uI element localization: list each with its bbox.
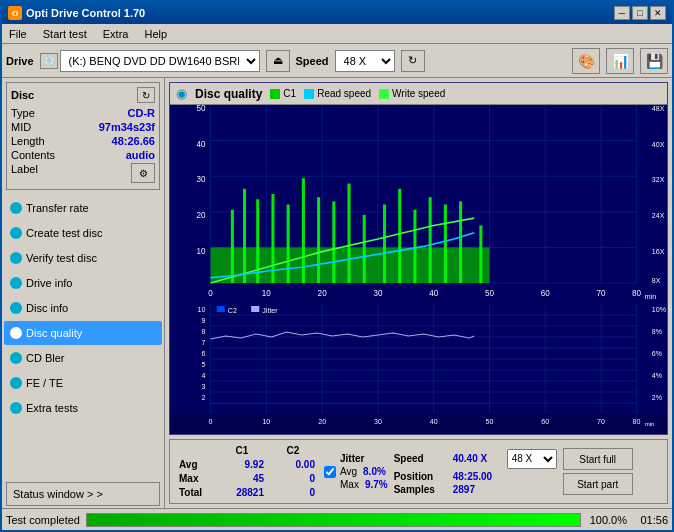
sidebar-item-create-test-disc[interactable]: Create test disc [4,221,162,245]
svg-rect-52 [459,201,462,283]
verify-test-disc-icon [10,252,22,264]
start-full-button[interactable]: Start full [563,448,633,470]
refresh-button[interactable]: ↻ [401,50,425,72]
sidebar-item-cd-bler[interactable]: CD Bler [4,346,162,370]
title-bar: O Opti Drive Control 1.70 ─ □ ✕ [2,2,672,24]
svg-text:4%: 4% [652,372,663,379]
disc-title: Disc [11,89,34,101]
disc-contents-value: audio [126,149,155,161]
chart-header: ◉ Disc quality C1 Read speed Write speed [170,83,667,105]
svg-text:60: 60 [541,418,549,425]
legend-read-box [304,89,314,99]
svg-text:6: 6 [202,350,206,357]
sidebar-item-drive-info-label: Drive info [26,277,72,289]
drive-select[interactable]: (K:) BENQ DVD DD DW1640 BSRB [60,50,260,72]
stats-avg-c1: 9.92 [217,458,267,471]
jitter-max-value: 9.7% [365,479,388,490]
legend-write-speed: Write speed [379,88,445,99]
svg-text:4: 4 [202,372,206,379]
svg-text:40: 40 [430,418,438,425]
legend-c1-box [270,89,280,99]
menu-bar: File Start test Extra Help [2,24,672,44]
sidebar: Disc ↻ Type CD-R MID 97m34s23f Length 48… [2,78,165,508]
speed-select[interactable]: 48 X [335,50,395,72]
menu-file[interactable]: File [6,27,30,41]
stats-bar: C1 C2 Avg 9.92 0.00 Max 45 0 Total 28821… [169,439,668,504]
color-button[interactable]: 🎨 [572,48,600,74]
sidebar-item-verify-test-disc[interactable]: Verify test disc [4,246,162,270]
sidebar-item-disc-info[interactable]: Disc info [4,296,162,320]
drive-icon: 💿 [40,53,58,69]
progress-bar-container [86,513,581,527]
svg-text:2%: 2% [652,394,663,401]
window-title: Opti Drive Control 1.70 [26,7,145,19]
drive-select-container: 💿 (K:) BENQ DVD DD DW1640 BSRB [40,50,260,72]
sidebar-item-disc-quality[interactable]: Disc quality [4,321,162,345]
sidebar-item-drive-info[interactable]: Drive info [4,271,162,295]
menu-help[interactable]: Help [141,27,170,41]
svg-text:7: 7 [202,339,206,346]
svg-rect-99 [251,306,259,312]
cd-bler-icon [10,352,22,364]
svg-text:80: 80 [633,418,641,425]
stats-max-c2: 0 [268,472,318,485]
sidebar-item-extra-tests[interactable]: Extra tests [4,396,162,420]
disc-contents-row: Contents audio [11,149,155,161]
svg-text:40: 40 [196,140,205,149]
samples-row: Samples 2897 [394,484,557,495]
svg-text:24X: 24X [652,211,665,220]
disc-info-icon [10,302,22,314]
svg-text:10: 10 [198,306,206,313]
speed-info: Speed 40.40 X 48 X Position 48:25.00 Sam… [394,449,557,495]
svg-rect-47 [383,205,386,284]
svg-text:70: 70 [597,418,605,425]
drive-label: Drive [6,55,34,67]
svg-text:70: 70 [597,289,606,298]
disc-refresh-button[interactable]: ↻ [137,87,155,103]
sidebar-item-transfer-rate[interactable]: Transfer rate [4,196,162,220]
stats-c2-header: C2 [268,444,318,457]
svg-rect-45 [348,184,351,283]
main-content: Disc ↻ Type CD-R MID 97m34s23f Length 48… [2,78,672,508]
svg-text:C2: C2 [228,307,237,314]
svg-text:10: 10 [196,247,205,256]
title-buttons: ─ □ ✕ [614,6,666,20]
sidebar-item-fe-te-label: FE / TE [26,377,63,389]
legend-c1-label: C1 [283,88,296,99]
svg-text:50: 50 [196,105,205,113]
svg-text:40: 40 [429,289,438,298]
sidebar-item-transfer-rate-label: Transfer rate [26,202,89,214]
stats-total-c1: 28821 [217,486,267,499]
save-graph-button[interactable]: 📊 [606,48,634,74]
stats-total-label: Total [176,486,216,499]
disc-contents-label: Contents [11,149,55,161]
svg-text:min: min [645,421,655,427]
jitter-section: Jitter Avg 8.0% Max 9.7% [324,453,388,490]
svg-text:8%: 8% [652,328,663,335]
minimize-button[interactable]: ─ [614,6,630,20]
menu-extra[interactable]: Extra [100,27,132,41]
close-button[interactable]: ✕ [650,6,666,20]
svg-text:50: 50 [485,289,494,298]
svg-text:60: 60 [541,289,550,298]
main-window: O Opti Drive Control 1.70 ─ □ ✕ File Sta… [0,0,674,532]
disc-label-button[interactable]: ⚙ [131,163,155,183]
maximize-button[interactable]: □ [632,6,648,20]
jitter-checkbox[interactable] [324,466,336,478]
chart-icon: ◉ [176,86,187,101]
speed-info-select[interactable]: 48 X [507,449,557,469]
svg-text:9: 9 [202,317,206,324]
save-button[interactable]: 💾 [640,48,668,74]
svg-rect-46 [363,215,366,283]
menu-starttest[interactable]: Start test [40,27,90,41]
sidebar-item-extra-tests-label: Extra tests [26,402,78,414]
eject-button[interactable]: ⏏ [266,50,290,72]
disc-header: Disc ↻ [11,87,155,103]
sidebar-item-fe-te[interactable]: FE / TE [4,371,162,395]
status-bar: Test completed 100.0% 01:56 [2,508,672,530]
status-window-button[interactable]: Status window > > [6,482,160,506]
chart-container: ◉ Disc quality C1 Read speed Write speed [169,82,668,435]
start-part-button[interactable]: Start part [563,473,633,495]
svg-text:10: 10 [262,418,270,425]
legend-read-label: Read speed [317,88,371,99]
